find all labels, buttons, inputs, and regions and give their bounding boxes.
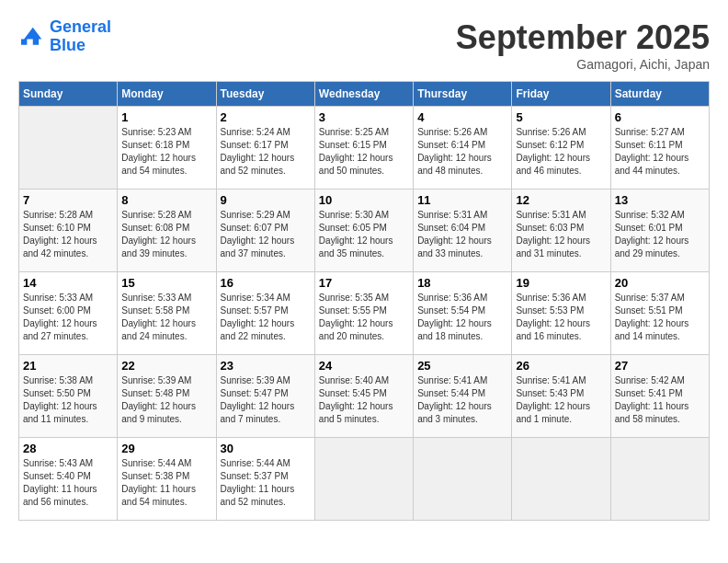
calendar-cell: 15Sunrise: 5:33 AM Sunset: 5:58 PM Dayli… [118, 272, 216, 355]
cell-info: Sunrise: 5:30 AM Sunset: 6:05 PM Dayligh… [319, 209, 409, 260]
calendar-cell: 8Sunrise: 5:28 AM Sunset: 6:08 PM Daylig… [118, 190, 216, 272]
logo-text: General Blue [50, 18, 111, 55]
logo-icon [18, 23, 46, 51]
calendar-week-row: 1Sunrise: 5:23 AM Sunset: 6:18 PM Daylig… [19, 107, 710, 190]
calendar-cell: 30Sunrise: 5:44 AM Sunset: 5:37 PM Dayli… [216, 438, 314, 521]
cell-info: Sunrise: 5:40 AM Sunset: 5:45 PM Dayligh… [319, 374, 409, 426]
weekday-header-row: SundayMondayTuesdayWednesdayThursdayFrid… [19, 82, 710, 107]
cell-info: Sunrise: 5:33 AM Sunset: 5:58 PM Dayligh… [121, 292, 211, 343]
calendar-week-row: 14Sunrise: 5:33 AM Sunset: 6:00 PM Dayli… [19, 272, 710, 355]
calendar-week-row: 28Sunrise: 5:43 AM Sunset: 5:40 PM Dayli… [19, 438, 710, 521]
weekday-header-cell: Tuesday [216, 82, 314, 107]
calendar-cell: 6Sunrise: 5:27 AM Sunset: 6:11 PM Daylig… [610, 107, 709, 190]
calendar-cell: 13Sunrise: 5:32 AM Sunset: 6:01 PM Dayli… [610, 190, 709, 272]
cell-info: Sunrise: 5:33 AM Sunset: 6:00 PM Dayligh… [23, 292, 113, 343]
cell-info: Sunrise: 5:44 AM Sunset: 5:38 PM Dayligh… [121, 457, 211, 509]
svg-marker-0 [21, 27, 41, 44]
cell-info: Sunrise: 5:29 AM Sunset: 6:07 PM Dayligh… [221, 209, 311, 260]
calendar-cell: 27Sunrise: 5:42 AM Sunset: 5:41 PM Dayli… [610, 355, 709, 438]
cell-info: Sunrise: 5:31 AM Sunset: 6:03 PM Dayligh… [516, 209, 606, 260]
cell-info: Sunrise: 5:39 AM Sunset: 5:48 PM Dayligh… [121, 374, 211, 426]
calendar-cell: 1Sunrise: 5:23 AM Sunset: 6:18 PM Daylig… [118, 107, 216, 190]
calendar-cell [610, 438, 709, 521]
calendar-cell [19, 107, 118, 190]
cell-info: Sunrise: 5:36 AM Sunset: 5:53 PM Dayligh… [516, 292, 606, 343]
day-number: 21 [23, 359, 113, 373]
cell-info: Sunrise: 5:43 AM Sunset: 5:40 PM Dayligh… [23, 457, 113, 509]
calendar-cell: 18Sunrise: 5:36 AM Sunset: 5:54 PM Dayli… [414, 272, 512, 355]
month-title: September 2025 [456, 18, 710, 57]
day-number: 28 [23, 442, 113, 455]
location-subtitle: Gamagori, Aichi, Japan [456, 57, 710, 72]
title-block: September 2025 Gamagori, Aichi, Japan [456, 18, 710, 72]
day-number: 9 [221, 193, 311, 207]
cell-info: Sunrise: 5:44 AM Sunset: 5:37 PM Dayligh… [221, 457, 311, 509]
day-number: 18 [417, 276, 507, 290]
day-number: 16 [221, 276, 311, 290]
day-number: 20 [615, 276, 705, 290]
calendar-cell: 29Sunrise: 5:44 AM Sunset: 5:38 PM Dayli… [118, 438, 216, 521]
weekday-header-cell: Sunday [19, 82, 118, 107]
day-number: 1 [121, 110, 211, 124]
calendar-cell: 22Sunrise: 5:39 AM Sunset: 5:48 PM Dayli… [118, 355, 216, 438]
cell-info: Sunrise: 5:28 AM Sunset: 6:10 PM Dayligh… [23, 209, 113, 260]
day-number: 10 [319, 193, 409, 207]
day-number: 8 [121, 193, 211, 207]
calendar-cell: 19Sunrise: 5:36 AM Sunset: 5:53 PM Dayli… [512, 272, 610, 355]
calendar-cell: 11Sunrise: 5:31 AM Sunset: 6:04 PM Dayli… [414, 190, 512, 272]
day-number: 15 [121, 276, 211, 290]
cell-info: Sunrise: 5:34 AM Sunset: 5:57 PM Dayligh… [221, 292, 311, 343]
day-number: 5 [516, 110, 606, 124]
calendar-cell: 14Sunrise: 5:33 AM Sunset: 6:00 PM Dayli… [19, 272, 118, 355]
day-number: 17 [319, 276, 409, 290]
calendar-cell: 21Sunrise: 5:38 AM Sunset: 5:50 PM Dayli… [19, 355, 118, 438]
logo-line2: Blue [50, 37, 111, 55]
day-number: 19 [516, 276, 606, 290]
cell-info: Sunrise: 5:41 AM Sunset: 5:43 PM Dayligh… [516, 374, 606, 426]
calendar-cell: 20Sunrise: 5:37 AM Sunset: 5:51 PM Dayli… [610, 272, 709, 355]
cell-info: Sunrise: 5:31 AM Sunset: 6:04 PM Dayligh… [417, 209, 507, 260]
cell-info: Sunrise: 5:26 AM Sunset: 6:14 PM Dayligh… [417, 126, 507, 178]
calendar-cell: 23Sunrise: 5:39 AM Sunset: 5:47 PM Dayli… [216, 355, 314, 438]
calendar-cell [414, 438, 512, 521]
cell-info: Sunrise: 5:23 AM Sunset: 6:18 PM Dayligh… [121, 126, 211, 178]
calendar-cell [512, 438, 610, 521]
calendar-cell: 4Sunrise: 5:26 AM Sunset: 6:14 PM Daylig… [414, 107, 512, 190]
cell-info: Sunrise: 5:32 AM Sunset: 6:01 PM Dayligh… [615, 209, 705, 260]
day-number: 26 [516, 359, 606, 373]
calendar-table: SundayMondayTuesdayWednesdayThursdayFrid… [18, 81, 710, 521]
calendar-cell: 2Sunrise: 5:24 AM Sunset: 6:17 PM Daylig… [216, 107, 314, 190]
cell-info: Sunrise: 5:36 AM Sunset: 5:54 PM Dayligh… [417, 292, 507, 343]
calendar-cell: 3Sunrise: 5:25 AM Sunset: 6:15 PM Daylig… [314, 107, 413, 190]
calendar-cell: 9Sunrise: 5:29 AM Sunset: 6:07 PM Daylig… [216, 190, 314, 272]
cell-info: Sunrise: 5:37 AM Sunset: 5:51 PM Dayligh… [615, 292, 705, 343]
calendar-week-row: 21Sunrise: 5:38 AM Sunset: 5:50 PM Dayli… [19, 355, 710, 438]
cell-info: Sunrise: 5:27 AM Sunset: 6:11 PM Dayligh… [615, 126, 705, 178]
calendar-week-row: 7Sunrise: 5:28 AM Sunset: 6:10 PM Daylig… [19, 190, 710, 272]
page-header: General Blue September 2025 Gamagori, Ai… [18, 18, 710, 72]
cell-info: Sunrise: 5:39 AM Sunset: 5:47 PM Dayligh… [221, 374, 311, 426]
cell-info: Sunrise: 5:38 AM Sunset: 5:50 PM Dayligh… [23, 374, 113, 426]
weekday-header-cell: Thursday [414, 82, 512, 107]
day-number: 14 [23, 276, 113, 290]
calendar-cell: 7Sunrise: 5:28 AM Sunset: 6:10 PM Daylig… [19, 190, 118, 272]
day-number: 3 [319, 110, 409, 124]
day-number: 25 [417, 359, 507, 373]
cell-info: Sunrise: 5:26 AM Sunset: 6:12 PM Dayligh… [516, 126, 606, 178]
weekday-header-cell: Monday [118, 82, 216, 107]
calendar-cell: 24Sunrise: 5:40 AM Sunset: 5:45 PM Dayli… [314, 355, 413, 438]
day-number: 11 [417, 193, 507, 207]
day-number: 29 [121, 442, 211, 455]
calendar-cell: 12Sunrise: 5:31 AM Sunset: 6:03 PM Dayli… [512, 190, 610, 272]
cell-info: Sunrise: 5:42 AM Sunset: 5:41 PM Dayligh… [615, 374, 705, 426]
cell-info: Sunrise: 5:28 AM Sunset: 6:08 PM Dayligh… [121, 209, 211, 260]
cell-info: Sunrise: 5:41 AM Sunset: 5:44 PM Dayligh… [417, 374, 507, 426]
day-number: 2 [221, 110, 311, 124]
logo: General Blue [18, 18, 111, 55]
calendar-body: 1Sunrise: 5:23 AM Sunset: 6:18 PM Daylig… [19, 107, 710, 521]
day-number: 30 [221, 442, 311, 455]
calendar-cell: 26Sunrise: 5:41 AM Sunset: 5:43 PM Dayli… [512, 355, 610, 438]
calendar-cell: 5Sunrise: 5:26 AM Sunset: 6:12 PM Daylig… [512, 107, 610, 190]
cell-info: Sunrise: 5:24 AM Sunset: 6:17 PM Dayligh… [221, 126, 311, 178]
weekday-header-cell: Wednesday [314, 82, 413, 107]
